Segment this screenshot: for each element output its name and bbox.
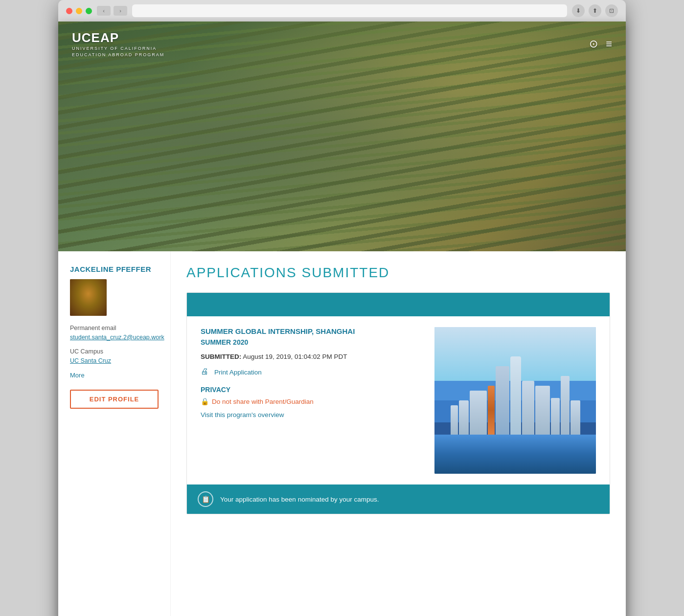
- building: [561, 376, 570, 435]
- sidebar: JACKELINE PFEFFER Permanent email studen…: [58, 251, 171, 616]
- logo-subtitle: UNIVERSITY OF CALIFORNIA EDUCATION ABROA…: [72, 45, 164, 58]
- print-icon: 🖨: [201, 367, 210, 377]
- privacy-value: 🔒 Do not share with Parent/Guardian: [201, 397, 421, 405]
- building: [570, 400, 580, 435]
- browser-window: UCEAP UNIVERSITY OF CALIFORNIA EDUCATION…: [58, 22, 626, 616]
- page-wrapper: ‹ › ⬇ ⬆ ⊡ UCEAP: [0, 0, 684, 616]
- nomination-text: Your application has been nominated by y…: [220, 496, 379, 503]
- browser-bar: ‹ › ⬇ ⬆ ⊡: [58, 0, 626, 22]
- submitted-label: SUBMITTED:: [201, 353, 241, 360]
- profile-campus-section: UC Campus UC Santa Cruz: [70, 348, 159, 365]
- building: [551, 398, 560, 435]
- address-bar[interactable]: [132, 4, 567, 17]
- close-button[interactable]: [66, 8, 72, 14]
- print-application-link[interactable]: 🖨 Print Application: [201, 367, 421, 377]
- menu-icon[interactable]: ≡: [606, 38, 612, 50]
- avatar-image: [70, 279, 107, 316]
- season: SUMMER 2020: [201, 338, 421, 346]
- print-link-text: Print Application: [214, 369, 262, 376]
- main-content: JACKELINE PFEFFER Permanent email studen…: [58, 251, 626, 616]
- traffic-lights: [66, 8, 92, 14]
- city-buildings: [434, 356, 596, 435]
- email-value[interactable]: student.santa_cruz.2@uceap.work: [70, 334, 164, 341]
- expand-icon[interactable]: ⊡: [605, 4, 618, 17]
- profile-email-section: Permanent email student.santa_cruz.2@uce…: [70, 325, 159, 341]
- building: [470, 391, 487, 435]
- browser-container: ‹ › ⬇ ⬆ ⊡ UCEAP: [58, 0, 626, 616]
- building: [522, 381, 534, 435]
- lock-icon: 🔒: [201, 397, 209, 405]
- app-card-body: SUMMER GLOBAL INTERNSHIP, SHANGHAI SUMME…: [187, 316, 610, 484]
- hero-nav-icons: ⊙ ≡: [589, 38, 612, 50]
- hero-nav: UCEAP UNIVERSITY OF CALIFORNIA EDUCATION…: [58, 22, 626, 66]
- building: [496, 366, 509, 435]
- privacy-label: PRIVACY: [201, 386, 421, 394]
- share-icon[interactable]: ⬆: [589, 4, 601, 17]
- download-icon[interactable]: ⬇: [572, 4, 585, 17]
- city-image: [434, 327, 596, 474]
- privacy-text: Do not share with Parent/Guardian: [212, 398, 314, 405]
- maximize-button[interactable]: [86, 8, 92, 14]
- main-area: APPLICATIONS SUBMITTED SUMMER GLOBAL INT…: [171, 251, 626, 616]
- app-details: SUMMER GLOBAL INTERNSHIP, SHANGHAI SUMME…: [201, 327, 421, 474]
- more-link[interactable]: More: [70, 372, 159, 379]
- logo[interactable]: UCEAP UNIVERSITY OF CALIFORNIA EDUCATION…: [72, 30, 164, 58]
- avatar: [70, 279, 107, 316]
- campus-value[interactable]: UC Santa Cruz: [70, 357, 111, 364]
- nomination-bar: 📋 Your application has been nominated by…: [187, 484, 610, 514]
- browser-icons: ⬇ ⬆ ⊡: [572, 4, 618, 17]
- minimize-button[interactable]: [76, 8, 82, 14]
- privacy-section: PRIVACY 🔒 Do not share with Parent/Guard…: [201, 386, 421, 419]
- back-button[interactable]: ‹: [97, 6, 111, 16]
- oriental-tower: [488, 386, 495, 435]
- page-title: APPLICATIONS SUBMITTED: [186, 265, 610, 281]
- nav-buttons: ‹ ›: [97, 6, 127, 16]
- building: [459, 400, 469, 435]
- logo-text: UCEAP: [72, 30, 164, 45]
- edit-profile-button[interactable]: EDIT PROFILE: [70, 390, 159, 409]
- submitted-line: SUBMITTED: August 19, 2019, 01:04:02 PM …: [201, 353, 421, 360]
- submitted-date: August 19, 2019, 01:04:02 PM PDT: [243, 353, 347, 360]
- clipboard-icon: 📋: [202, 495, 210, 503]
- nomination-icon: 📋: [198, 491, 213, 507]
- app-card-header: [187, 293, 610, 316]
- application-card: SUMMER GLOBAL INTERNSHIP, SHANGHAI SUMME…: [186, 292, 610, 514]
- logo-area: UCEAP UNIVERSITY OF CALIFORNIA EDUCATION…: [72, 30, 164, 58]
- city-water: [434, 435, 596, 474]
- building: [510, 356, 521, 435]
- hero-banner: UCEAP UNIVERSITY OF CALIFORNIA EDUCATION…: [58, 22, 626, 251]
- building: [451, 405, 458, 435]
- building: [535, 386, 550, 435]
- email-label: Permanent email: [70, 325, 159, 331]
- program-name: SUMMER GLOBAL INTERNSHIP, SHANGHAI: [201, 327, 421, 335]
- user-name: JACKELINE PFEFFER: [70, 265, 159, 273]
- campus-label: UC Campus: [70, 348, 159, 355]
- program-overview-link[interactable]: Visit this program's overview: [201, 411, 284, 418]
- user-icon[interactable]: ⊙: [589, 38, 598, 50]
- forward-button[interactable]: ›: [114, 6, 127, 16]
